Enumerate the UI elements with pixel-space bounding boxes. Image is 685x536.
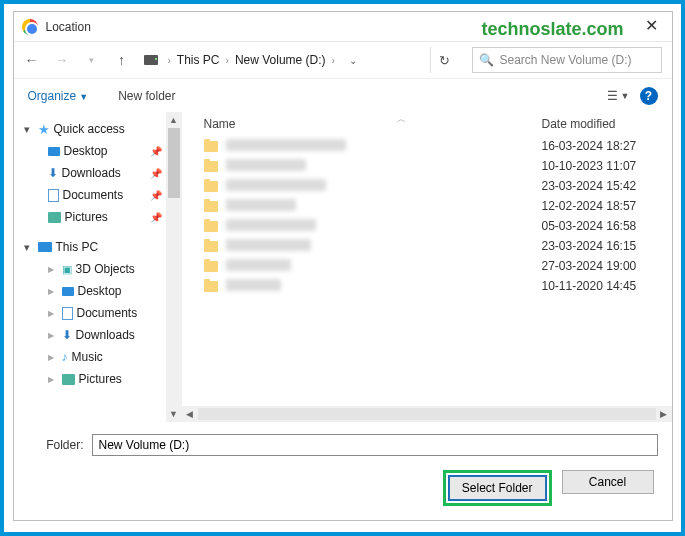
- column-name[interactable]: Name: [204, 117, 542, 131]
- pin-icon: 📌: [150, 146, 162, 157]
- folder-icon: [204, 141, 218, 152]
- file-row[interactable]: 12-02-2024 18:57: [182, 196, 672, 216]
- folder-icon: [204, 201, 218, 212]
- chevron-right-icon[interactable]: [48, 264, 58, 274]
- chevron-right-icon[interactable]: [48, 352, 58, 362]
- refresh-button[interactable]: ↻: [430, 47, 458, 73]
- sidebar-scrollbar[interactable]: ▲ ▼: [166, 112, 182, 422]
- dialog-footer: Folder: Select Folder Cancel: [14, 422, 672, 520]
- cancel-button[interactable]: Cancel: [562, 470, 654, 494]
- file-date: 10-11-2020 14:45: [542, 279, 672, 293]
- folder-icon: [204, 261, 218, 272]
- file-date: 05-03-2024 16:58: [542, 219, 672, 233]
- sidebar-item-documents-pc[interactable]: Documents: [20, 302, 182, 324]
- chevron-right-icon[interactable]: [48, 308, 58, 318]
- desktop-icon: [48, 147, 60, 156]
- music-icon: ♪: [62, 350, 68, 364]
- breadcrumb-dropdown[interactable]: ⌄: [349, 55, 357, 66]
- select-folder-button[interactable]: Select Folder: [449, 476, 546, 500]
- chrome-icon: [22, 19, 38, 35]
- sidebar-item-documents[interactable]: Documents 📌: [20, 184, 182, 206]
- desktop-icon: [62, 287, 74, 296]
- folder-icon: [204, 241, 218, 252]
- file-row[interactable]: 10-10-2023 11:07: [182, 156, 672, 176]
- file-date: 23-03-2024 15:42: [542, 179, 672, 193]
- scroll-left-icon[interactable]: ◀: [182, 409, 198, 419]
- column-date[interactable]: Date modified: [542, 117, 672, 131]
- star-icon: ★: [38, 122, 50, 137]
- sidebar-item-music[interactable]: ♪ Music: [20, 346, 182, 368]
- file-name-redacted: [226, 179, 542, 194]
- file-row[interactable]: 23-03-2024 15:42: [182, 176, 672, 196]
- sidebar-item-this-pc[interactable]: This PC: [20, 236, 182, 258]
- folder-picker-dialog: Location technoslate.com ✕ ← → ▾ ↑ › Thi…: [13, 11, 673, 521]
- sort-ascending-icon: ︿: [397, 113, 406, 126]
- chevron-right-icon[interactable]: [48, 286, 58, 296]
- chevron-down-icon[interactable]: [24, 241, 34, 254]
- file-rows: 16-03-2024 18:2710-10-2023 11:0723-03-20…: [182, 136, 672, 406]
- file-row[interactable]: 10-11-2020 14:45: [182, 276, 672, 296]
- sidebar: ★ Quick access Desktop 📌 ⬇ Downloads 📌 D…: [14, 112, 182, 422]
- sidebar-item-3d-objects[interactable]: ▣ 3D Objects: [20, 258, 182, 280]
- forward-button[interactable]: →: [50, 48, 74, 72]
- chevron-down-icon[interactable]: [24, 123, 34, 136]
- file-date: 27-03-2024 19:00: [542, 259, 672, 273]
- scroll-thumb[interactable]: [168, 128, 180, 198]
- sidebar-item-pictures-pc[interactable]: Pictures: [20, 368, 182, 390]
- file-row[interactable]: 16-03-2024 18:27: [182, 136, 672, 156]
- chevron-right-icon[interactable]: [48, 330, 58, 340]
- folder-icon: [204, 161, 218, 172]
- list-view-icon: ☰: [607, 89, 618, 103]
- chevron-right-icon[interactable]: [48, 374, 58, 384]
- folder-icon: [204, 181, 218, 192]
- horizontal-scrollbar[interactable]: ◀ ▶: [182, 406, 672, 422]
- file-name-redacted: [226, 219, 542, 234]
- titlebar: Location technoslate.com ✕: [14, 12, 672, 42]
- close-button[interactable]: ✕: [638, 16, 666, 35]
- sidebar-item-desktop-pc[interactable]: Desktop: [20, 280, 182, 302]
- file-date: 16-03-2024 18:27: [542, 139, 672, 153]
- new-folder-button[interactable]: New folder: [118, 89, 175, 103]
- file-name-redacted: [226, 239, 542, 254]
- sidebar-item-pictures[interactable]: Pictures 📌: [20, 206, 182, 228]
- sidebar-item-quick-access[interactable]: ★ Quick access: [20, 118, 182, 140]
- file-date: 10-10-2023 11:07: [542, 159, 672, 173]
- sidebar-item-downloads[interactable]: ⬇ Downloads 📌: [20, 162, 182, 184]
- breadcrumb-pc[interactable]: This PC: [177, 53, 220, 67]
- folder-input[interactable]: [92, 434, 658, 456]
- scroll-down-icon[interactable]: ▼: [166, 406, 182, 422]
- file-list-view: ︿ Name Date modified 16-03-2024 18:2710-…: [182, 112, 672, 422]
- download-icon: ⬇: [62, 328, 72, 342]
- breadcrumb-drive[interactable]: New Volume (D:): [235, 53, 326, 67]
- pin-icon: 📌: [150, 168, 162, 179]
- file-row[interactable]: 27-03-2024 19:00: [182, 256, 672, 276]
- file-row[interactable]: 23-03-2024 16:15: [182, 236, 672, 256]
- organize-button[interactable]: Organize▼: [28, 89, 89, 103]
- scroll-up-icon[interactable]: ▲: [166, 112, 182, 128]
- dialog-title: Location: [46, 20, 91, 34]
- up-button[interactable]: ↑: [110, 48, 134, 72]
- highlight-annotation: Select Folder: [443, 470, 552, 506]
- pc-icon: [38, 242, 52, 252]
- file-date: 23-03-2024 16:15: [542, 239, 672, 253]
- scroll-right-icon[interactable]: ▶: [656, 409, 672, 419]
- folder-icon: [204, 281, 218, 292]
- document-icon: [48, 189, 59, 202]
- search-input[interactable]: 🔍 Search New Volume (D:): [472, 47, 662, 73]
- folder-icon: [204, 221, 218, 232]
- chevron-right-icon: ›: [328, 55, 339, 66]
- scroll-track[interactable]: [198, 408, 656, 420]
- toolbar: Organize▼ New folder ☰▼ ?: [14, 78, 672, 112]
- recent-dropdown[interactable]: ▾: [80, 48, 104, 72]
- view-options-button[interactable]: ☰▼: [607, 89, 630, 103]
- breadcrumb[interactable]: › This PC › New Volume (D:) › ⌄: [140, 47, 424, 73]
- back-button[interactable]: ←: [20, 48, 44, 72]
- pictures-icon: [62, 374, 75, 385]
- file-name-redacted: [226, 199, 542, 214]
- sidebar-item-downloads-pc[interactable]: ⬇ Downloads: [20, 324, 182, 346]
- chevron-right-icon: ›: [222, 55, 233, 66]
- file-row[interactable]: 05-03-2024 16:58: [182, 216, 672, 236]
- sidebar-item-desktop[interactable]: Desktop 📌: [20, 140, 182, 162]
- help-button[interactable]: ?: [640, 87, 658, 105]
- download-icon: ⬇: [48, 166, 58, 180]
